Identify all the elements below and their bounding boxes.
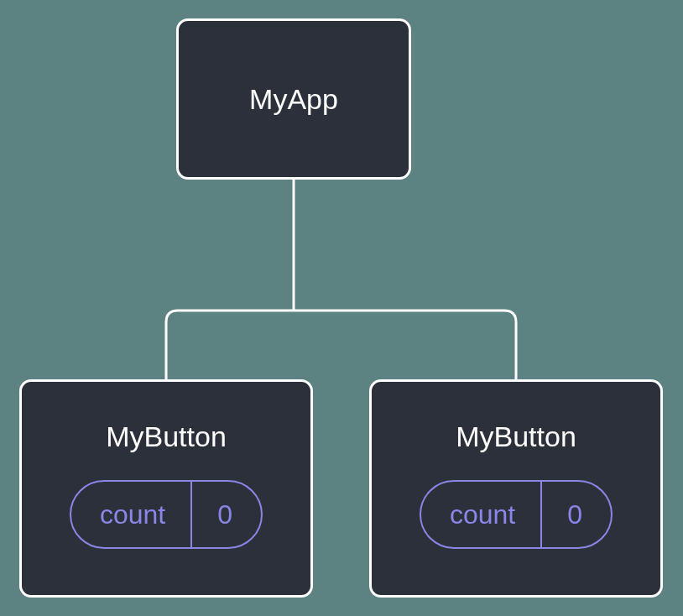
child-node-right: MyButton count 0 [369, 379, 663, 598]
state-name-left: count [71, 482, 192, 547]
state-pill-left: count 0 [70, 480, 263, 549]
state-value-right: 0 [542, 482, 611, 547]
root-node: MyApp [176, 18, 411, 180]
root-node-label: MyApp [249, 83, 338, 116]
state-value-left: 0 [192, 482, 261, 547]
child-node-left: MyButton count 0 [19, 379, 313, 598]
state-pill-right: count 0 [420, 480, 613, 549]
child-node-right-label: MyButton [456, 420, 576, 453]
state-name-right: count [421, 482, 542, 547]
child-node-left-label: MyButton [106, 420, 227, 453]
